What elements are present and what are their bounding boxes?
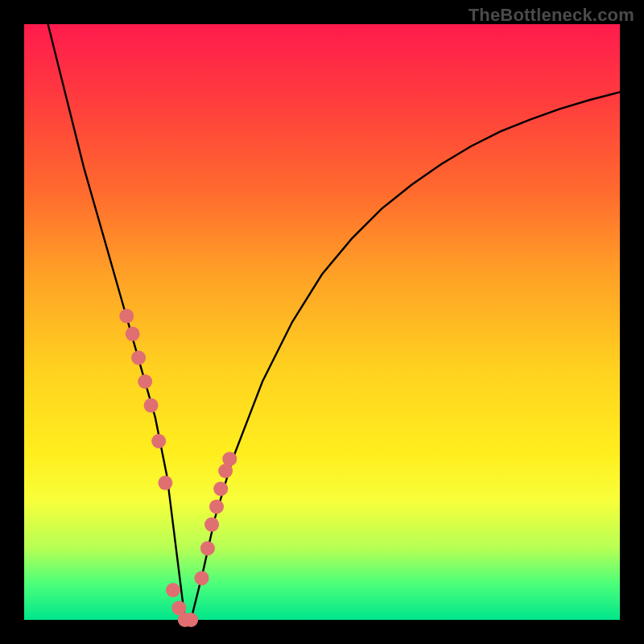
- highlight-dot: [144, 398, 159, 413]
- highlight-dot: [138, 374, 152, 389]
- curve-layer: [24, 24, 620, 620]
- highlight-dot: [209, 499, 224, 514]
- highlight-dot: [213, 481, 228, 496]
- highlight-dot: [166, 583, 180, 597]
- plot-area: [24, 24, 620, 620]
- highlight-dot: [151, 434, 166, 448]
- highlight-dots: [119, 309, 237, 627]
- highlight-dot: [131, 350, 146, 365]
- highlight-dot: [195, 571, 209, 585]
- highlight-dot: [200, 541, 215, 555]
- chart-frame: TheBottleneck.com: [0, 0, 644, 644]
- highlight-dot: [184, 613, 198, 627]
- highlight-dot: [158, 476, 172, 490]
- highlight-dot: [126, 327, 140, 341]
- highlight-dot: [204, 518, 219, 532]
- highlight-dot: [119, 309, 134, 324]
- watermark-text: TheBottleneck.com: [469, 5, 634, 26]
- highlight-dot: [222, 452, 237, 466]
- bottleneck-curve: [48, 24, 620, 620]
